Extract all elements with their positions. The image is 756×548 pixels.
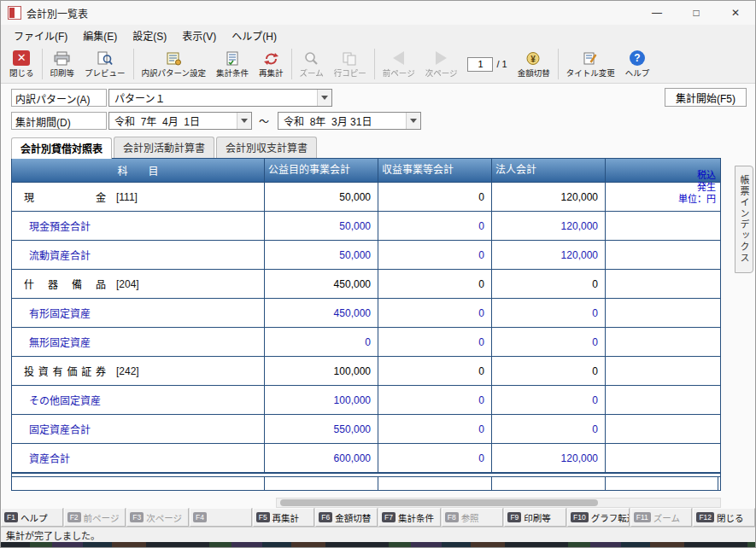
menu-file[interactable]: ファイル(F) <box>6 26 75 45</box>
account-code: [204] <box>116 278 139 290</box>
app-icon <box>8 6 21 20</box>
print-button[interactable]: 印刷等 <box>45 46 80 82</box>
cell: 120,000 <box>492 241 606 269</box>
pattern-setting-button[interactable]: 内訳パターン設定 <box>137 46 212 82</box>
fn-f4: F4 <box>190 508 252 527</box>
menu-settings[interactable]: 設定(S) <box>125 26 174 45</box>
chevron-down-icon[interactable] <box>317 90 331 106</box>
account-name: 現金 <box>24 189 106 204</box>
menu-help[interactable]: ヘルプ(H) <box>224 26 284 45</box>
title-bar: 会計別一覧表 — □ ✕ <box>1 1 755 25</box>
total-name: 無形固定資産 <box>12 328 265 356</box>
toolbar-separator <box>291 49 292 79</box>
account-name: 投資有価証券 <box>24 364 106 378</box>
status-bar: 集計が完了しました。 <box>1 527 755 542</box>
table-row: 現金[111] 50,000 0 120,000 <box>12 183 720 212</box>
cell: 0 <box>378 270 492 298</box>
preview-button[interactable]: プレビュー <box>79 46 131 82</box>
toolbar-separator <box>558 49 559 79</box>
close-button[interactable]: ✕ 閉じる <box>4 46 39 82</box>
hscroll-wrap <box>1 498 755 508</box>
next-page-button: 次ページ <box>420 46 463 82</box>
svg-text:¥: ¥ <box>530 54 536 63</box>
total-name: 流動資産合計 <box>12 241 265 269</box>
toolbar-separator <box>133 49 134 79</box>
cell: 100,000 <box>265 357 378 385</box>
row-copy-icon <box>342 50 358 67</box>
unit-label: 単位：円 <box>678 193 716 205</box>
fn-graph-transfer[interactable]: F10グラフ転送 <box>567 508 630 527</box>
prev-page-icon <box>393 51 404 65</box>
recalc-button[interactable]: 再集計 <box>254 46 289 82</box>
period-row: 集計期間(D) 令和 7年 4月 1日 ～ 令和 8年 3月 31日 <box>11 111 755 130</box>
horizontal-scrollbar[interactable] <box>276 498 721 508</box>
table-row: 有形固定資産 450,000 0 0 <box>12 299 720 328</box>
cell: 120,000 <box>492 212 606 240</box>
total-name: 固定資産合計 <box>12 415 265 443</box>
fn-print[interactable]: F9印刷等 <box>504 508 566 527</box>
toolbar-separator <box>374 49 375 79</box>
sum-condition-icon <box>225 50 241 67</box>
minimize-button[interactable]: — <box>637 1 677 25</box>
cell: 600,000 <box>265 444 378 472</box>
table-row: 投資有価証券[242] 100,000 0 0 <box>12 357 720 386</box>
help-icon: ? <box>630 50 645 66</box>
cell-empty <box>606 328 718 356</box>
fn-amount-toggle[interactable]: F6金額切替 <box>315 508 378 527</box>
amount-toggle-button[interactable]: ¥ 金額切替 <box>513 46 555 82</box>
cell-empty <box>606 415 718 443</box>
cell-empty <box>606 241 718 269</box>
fn-sum-condition[interactable]: F7集計条件 <box>378 508 441 527</box>
cell: 50,000 <box>265 241 378 269</box>
cell: 120,000 <box>492 183 606 211</box>
fn-close[interactable]: F12閉じる <box>693 508 755 527</box>
preview-icon <box>97 50 113 67</box>
period-from-select[interactable]: 令和 7年 4月 1日 <box>108 112 252 130</box>
chevron-down-icon[interactable] <box>237 113 251 129</box>
close-icon: ✕ <box>13 50 30 66</box>
row-copy-button: 行コピー <box>329 46 372 82</box>
zoom-button: ズーム <box>295 46 329 82</box>
report-table: 科 目 公益目的事業会計 収益事業等会計 法人会計 現金[111] 50,000… <box>11 158 721 491</box>
pattern-value: パターン１ <box>109 90 317 105</box>
cell: 0 <box>492 270 606 298</box>
page-total: / 1 <box>496 59 507 69</box>
amount-toggle-icon: ¥ <box>525 50 542 67</box>
maximize-button[interactable]: □ <box>677 1 716 25</box>
total-name: 資産合計 <box>12 444 265 472</box>
menu-view[interactable]: 表示(V) <box>174 26 224 45</box>
menu-edit[interactable]: 編集(E) <box>75 26 125 45</box>
cell: 0 <box>492 357 606 385</box>
table-row: 資産合計 600,000 0 120,000 <box>12 444 720 473</box>
start-summary-button[interactable]: 集計開始(F5) <box>665 88 747 107</box>
table-row-stub <box>12 477 720 490</box>
scrollbar-thumb[interactable] <box>280 499 598 506</box>
fn-reference: F8参照 <box>442 508 504 527</box>
cell: 0 <box>378 415 492 443</box>
sum-condition-button[interactable]: 集計条件 <box>211 46 254 82</box>
cell-empty <box>606 299 718 327</box>
cell-empty <box>606 212 718 240</box>
pattern-select[interactable]: パターン１ <box>108 89 332 107</box>
chevron-down-icon[interactable] <box>406 113 420 129</box>
cell-empty <box>606 270 718 298</box>
close-window-button[interactable]: ✕ <box>716 1 755 25</box>
title-change-button[interactable]: タイトル変更 <box>561 46 620 82</box>
table-row: 無形固定資産 0 0 0 <box>12 328 720 357</box>
tab-balance-sheet[interactable]: 会計別貸借対照表 <box>11 137 112 159</box>
toolbar-separator <box>42 49 43 79</box>
tax-mode-label: 税込 <box>678 169 716 181</box>
page-input[interactable] <box>467 57 493 72</box>
period-to-select[interactable]: 令和 8年 3月 31日 <box>278 112 421 130</box>
report-index-tab[interactable]: 帳票インデックス <box>735 166 753 273</box>
tab-activity-statement[interactable]: 会計別活動計算書 <box>114 137 214 158</box>
fn-help[interactable]: F1ヘルプ <box>1 508 63 527</box>
help-button[interactable]: ? ヘルプ <box>620 46 655 82</box>
cell: 0 <box>378 299 492 327</box>
recalc-icon <box>263 50 279 67</box>
tab-cash-statement[interactable]: 会計別収支計算書 <box>216 137 317 158</box>
cell: 0 <box>378 241 492 269</box>
total-name: 有形固定資産 <box>12 299 265 327</box>
fn-recalc[interactable]: F5再集計 <box>253 508 315 527</box>
pattern-setting-icon <box>166 50 182 67</box>
